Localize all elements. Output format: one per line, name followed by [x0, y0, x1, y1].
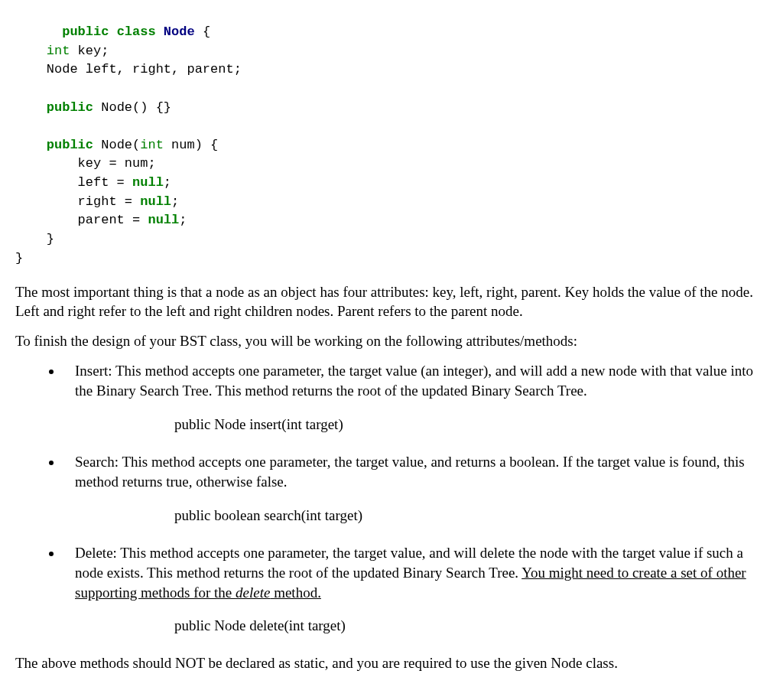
paragraph-node-attributes: The most important thing is that a node …	[15, 283, 768, 321]
type-int: int	[47, 44, 70, 58]
methods-list: Insert: This method accepts one paramete…	[15, 361, 768, 635]
keyword-null: null	[132, 175, 164, 190]
paragraph-static-note: The above methods should NOT be declared…	[15, 654, 768, 673]
keyword-class: class	[117, 24, 156, 39]
insert-signature: public Node insert(int target)	[174, 415, 768, 435]
delete-signature: public Node delete(int target)	[174, 616, 768, 636]
method-item-delete: Delete: This method accepts one paramete…	[63, 543, 768, 636]
classname-node: Node	[164, 24, 195, 39]
search-signature: public boolean search(int target)	[174, 506, 768, 526]
method-item-insert: Insert: This method accepts one paramete…	[63, 361, 768, 434]
paragraph-bst-intro: To finish the design of your BST class, …	[15, 332, 768, 351]
keyword-public: public	[62, 24, 109, 39]
method-item-search: Search: This method accepts one paramete…	[63, 452, 768, 525]
insert-description: Insert: This method accepts one paramete…	[75, 363, 753, 399]
search-description: Search: This method accepts one paramete…	[75, 454, 745, 490]
code-block-node-class: public class Node { int key; Node left, …	[15, 23, 768, 268]
